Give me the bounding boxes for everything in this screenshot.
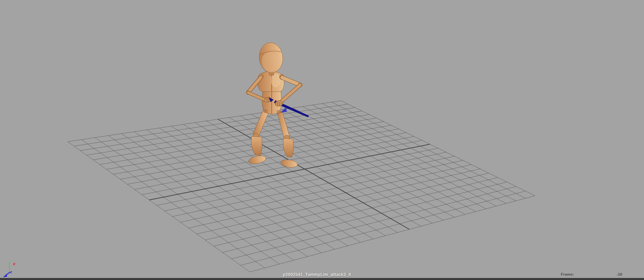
ground-grid [0,0,644,280]
frame-value: -10 [605,272,622,276]
bottom-status-strip [0,278,644,280]
character-head [258,42,284,74]
take-name-label: p2002541_TammyLim_attack3_4 [0,272,634,277]
frame-label: Frame: [561,272,574,276]
character-left-leg [248,109,269,165]
sword-pommel-arrow [280,107,287,113]
character-mannequin[interactable] [231,37,312,175]
3d-viewport[interactable]: x z p2002541_TammyLim_attack3_4 Frame: -… [0,0,644,280]
character-right-arm [281,78,303,102]
character-right-leg [277,110,298,168]
x-axis-label: x [13,262,15,266]
